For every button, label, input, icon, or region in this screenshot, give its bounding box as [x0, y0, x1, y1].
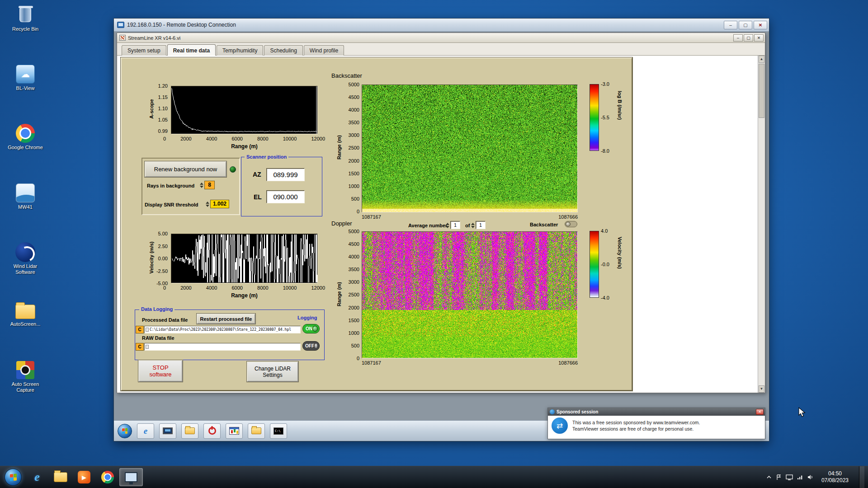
wind-lidar-icon: [14, 242, 36, 263]
processed-drive-icon[interactable]: C: [136, 326, 144, 333]
doppler-x-start: 1087167: [362, 360, 381, 366]
bl-view-icon: ☁: [14, 64, 36, 84]
backscatter-heatmap-canvas: [362, 85, 577, 212]
taskbar-internet-explorer[interactable]: e: [25, 468, 49, 486]
of-value[interactable]: 1: [476, 221, 486, 229]
processed-logging-toggle-on[interactable]: ON: [302, 324, 320, 333]
tab-real-time-data[interactable]: Real time data: [167, 44, 216, 56]
rdp-minimize-button[interactable]: –: [724, 21, 737, 29]
tray-chevron-up-icon[interactable]: [766, 475, 772, 479]
path-browse-icon: [146, 345, 149, 349]
remote-task-app[interactable]: [226, 423, 243, 439]
tick-label: 12000: [311, 285, 325, 291]
start-button[interactable]: [5, 469, 22, 486]
taskbar-remote-desktop-active[interactable]: [119, 468, 143, 486]
show-desktop-button[interactable]: [859, 466, 864, 488]
rdp-maximize-button[interactable]: ▢: [739, 21, 752, 29]
chrome-icon: [14, 123, 36, 144]
processed-data-file-path[interactable]: C:\Lidar\Data\Proc\2023\202308\20230807\…: [144, 326, 301, 333]
labview-vi-icon: [119, 35, 126, 41]
tick-label: -0.0: [601, 262, 609, 267]
remote-task-command-prompt[interactable]: C:\: [270, 423, 287, 439]
of-arrows[interactable]: [471, 221, 475, 230]
desktop-icon-google-chrome[interactable]: Google Chrome: [4, 123, 47, 150]
raw-logging-toggle-off[interactable]: OFF: [302, 341, 320, 351]
snr-increment-arrows[interactable]: [205, 200, 210, 208]
ascope-plot-canvas: [171, 86, 317, 134]
backscatter-heatmap: [362, 84, 578, 212]
taskbar-chrome[interactable]: [96, 468, 119, 486]
remote-task-folder-2[interactable]: [248, 423, 265, 439]
tick-label: 3000: [349, 279, 359, 285]
windows-flag-icon: [10, 474, 17, 481]
average-number-arrows[interactable]: [445, 221, 450, 230]
internet-explorer-icon: e: [34, 470, 40, 484]
desktop-icon-wind-lidar[interactable]: Wind Lidar Software: [4, 242, 47, 275]
tab-system-setup[interactable]: System setup: [122, 45, 166, 56]
tray-volume-icon[interactable]: [807, 474, 814, 480]
tick-label: -2.50: [156, 268, 168, 274]
renew-background-button[interactable]: Renew background now: [145, 161, 226, 177]
velocity-plot-canvas: [171, 234, 317, 283]
backscatter-doppler-toggle[interactable]: [565, 221, 577, 227]
remote-start-button[interactable]: [118, 424, 132, 438]
rdp-close-button[interactable]: ✕: [754, 21, 767, 29]
tick-label: 4000: [349, 107, 359, 113]
streamline-titlebar[interactable]: StreamLine XR v14-6.vi – ▢ ✕: [117, 33, 765, 43]
taskbar-file-explorer[interactable]: [49, 468, 72, 486]
vi-front-panel: A-scope 1.201.151.101.050.99 02000400060…: [117, 56, 765, 393]
change-lidar-settings-button[interactable]: Change LiDARSettings: [247, 361, 298, 382]
tray-display-icon[interactable]: [786, 474, 793, 480]
rdp-titlebar[interactable]: 192.168.0.150 - Remote Desktop Connectio…: [114, 19, 769, 32]
vi-close-button[interactable]: ✕: [754, 34, 764, 42]
tray-clock[interactable]: 04:50 07/08/2023: [818, 470, 852, 484]
desktop-icon-mw41[interactable]: MW41: [4, 183, 47, 210]
raw-drive-icon[interactable]: C: [136, 343, 144, 351]
average-number-value[interactable]: 1: [450, 221, 460, 229]
host-taskbar: e ▶ 04:50 07/08/2023: [0, 466, 868, 488]
vi-vertical-scrollbar[interactable]: ▲ ▼: [758, 56, 765, 393]
tab-scheduling[interactable]: Scheduling: [264, 45, 302, 56]
remote-task-internet-explorer[interactable]: e: [137, 423, 154, 439]
tray-network-icon[interactable]: [797, 474, 803, 480]
tick-label: 1.10: [158, 106, 168, 111]
vi-minimize-button[interactable]: –: [733, 34, 743, 42]
velocity-y-ticks: 5.002.500.00-2.50-5.00: [146, 231, 168, 286]
desktop-icon-autoscreen[interactable]: AutoScreen...: [4, 300, 47, 327]
rdp-app-icon: [117, 22, 124, 28]
rays-in-background-value[interactable]: 8: [204, 181, 215, 189]
remote-task-folder[interactable]: [181, 423, 198, 439]
backscatter-section-title: Backscatter: [331, 72, 362, 79]
data-logging-title: Data Logging: [139, 306, 175, 312]
desktop-icon-recycle-bin[interactable]: Recycle Bin: [4, 5, 47, 32]
snr-threshold-value[interactable]: 1.002: [210, 200, 229, 208]
desktop-icon-bl-view[interactable]: ☁ BL-View: [4, 64, 47, 91]
tick-label: 1500: [349, 318, 359, 323]
tick-label: 500: [351, 343, 359, 348]
tray-action-center-flag-icon[interactable]: [776, 474, 782, 480]
popup-titlebar[interactable]: Sponsored session ✕: [548, 408, 765, 416]
velocity-plot: [171, 234, 318, 283]
scrollbar-up-arrow[interactable]: ▲: [759, 56, 764, 63]
scrollbar-down-arrow[interactable]: ▼: [759, 385, 764, 393]
scanner-position-group: [241, 157, 322, 216]
remote-task-display[interactable]: [159, 423, 176, 439]
popup-close-button[interactable]: ✕: [756, 409, 764, 415]
taskbar-media-player[interactable]: ▶: [72, 468, 96, 486]
tick-label: 1000: [349, 330, 359, 336]
tab-temp-humidity[interactable]: Temp/humidity: [217, 45, 263, 56]
remote-desktop-icon: [125, 472, 137, 482]
backscatter-y-ticks: 5000450040003500300025002000150010005000: [341, 82, 359, 214]
raw-data-file-path[interactable]: [144, 343, 301, 351]
mw41-icon: [14, 183, 36, 203]
rays-increment-arrows[interactable]: [199, 181, 204, 189]
tab-wind-profile[interactable]: Wind profile: [304, 45, 344, 56]
restart-processed-file-button[interactable]: Restart processed file: [197, 314, 255, 324]
remote-task-power[interactable]: [203, 423, 221, 439]
stop-software-button[interactable]: STOPsoftware: [138, 360, 183, 382]
tick-label: -3.0: [601, 81, 609, 87]
desktop-icon-auto-screen-capture[interactable]: Auto Screen Capture: [4, 360, 47, 393]
vi-restore-button[interactable]: ▢: [744, 34, 753, 42]
az-label: AZ: [253, 171, 261, 178]
scrollbar-thumb[interactable]: [759, 64, 764, 118]
